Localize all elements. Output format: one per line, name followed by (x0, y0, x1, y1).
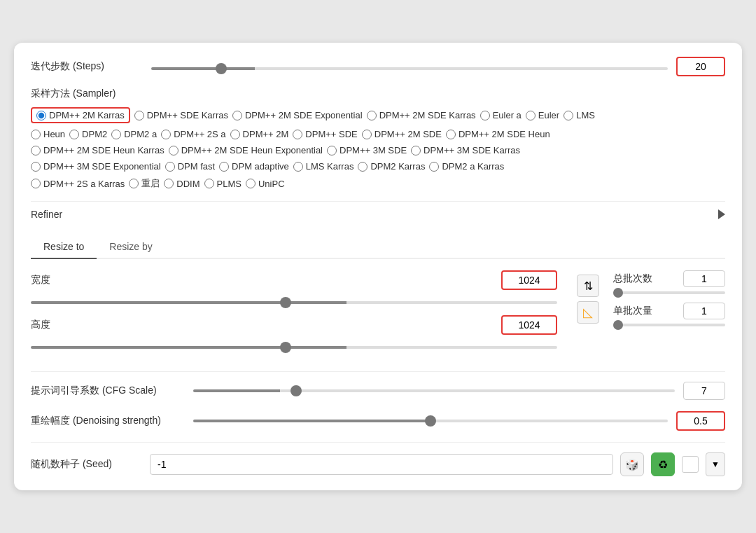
aspect-ratio-icon: ◺ (583, 305, 593, 320)
width-row: 宽度 (31, 270, 557, 307)
batch-per-row: 单批次量 (613, 303, 725, 326)
sampler-euler-a[interactable]: Euler a (480, 110, 522, 120)
sampler-dpm2m-karras[interactable]: DPM++ 2M Karras (31, 107, 130, 123)
denoising-label: 重绘幅度 (Denoising strength) (31, 415, 185, 427)
dimension-icons: ⇅ ◺ (577, 270, 599, 324)
aspect-ratio-button[interactable]: ◺ (577, 301, 599, 324)
width-slider[interactable] (31, 301, 557, 304)
sampler-euler[interactable]: Euler (526, 110, 559, 120)
seed-input[interactable] (150, 454, 613, 475)
sampler-row-4: DPM++ 3M SDE Exponential DPM fast DPM ad… (31, 161, 725, 172)
width-label-row: 宽度 (31, 270, 557, 290)
sampler-dpm-adaptive[interactable]: DPM adaptive (219, 161, 289, 172)
sampler-dpm2s-a[interactable]: DPM++ 2S a (161, 129, 225, 139)
refiner-section: Refiner (31, 201, 725, 227)
sampler-dpm2-a[interactable]: DPM2 a (111, 129, 157, 139)
batch-total-label: 总批次数 (613, 272, 652, 285)
height-row: 高度 (31, 315, 557, 352)
width-label: 宽度 (31, 274, 59, 286)
height-label-row: 高度 (31, 315, 557, 335)
batch-total-slider[interactable] (613, 291, 725, 294)
chevron-down-icon: ▼ (711, 459, 720, 469)
resize-tabs: Resize to Resize by (31, 235, 725, 259)
sampler-restart[interactable]: 重启 (129, 177, 160, 190)
batch-area: 总批次数 单批次量 (613, 270, 725, 326)
tab-resize-to[interactable]: Resize to (31, 235, 97, 259)
sampler-dpm2m-sde-heun[interactable]: DPM++ 2M SDE Heun (446, 129, 550, 139)
sampler-dpm2-karras[interactable]: DPM2 Karras (358, 161, 425, 172)
sampler-row-2: Heun DPM2 DPM2 a DPM++ 2S a DPM++ 2M DPM… (31, 129, 725, 139)
cfg-section: 提示词引导系数 (CFG Scale) (31, 371, 725, 400)
tab-resize-by[interactable]: Resize by (97, 235, 164, 259)
sampler-dpm2[interactable]: DPM2 (69, 129, 107, 139)
height-label: 高度 (31, 319, 59, 331)
batch-total-label-row: 总批次数 (613, 270, 725, 287)
seed-recycle-button[interactable]: ♻ (651, 452, 675, 476)
main-panel: 迭代步数 (Steps) 20 采样方法 (Sampler) DPM++ 2M … (14, 43, 742, 490)
sampler-dpm2m-sde-exp[interactable]: DPM++ 2M SDE Exponential (232, 110, 363, 120)
sampler-dpm2m[interactable]: DPM++ 2M (230, 129, 289, 139)
batch-per-label: 单批次量 (613, 305, 652, 317)
batch-total-input[interactable] (683, 270, 725, 287)
seed-dropdown[interactable]: ▼ (706, 452, 725, 476)
batch-per-slider[interactable] (613, 324, 725, 326)
sampler-dpm-fast[interactable]: DPM fast (165, 161, 215, 172)
height-slider[interactable] (31, 346, 557, 349)
denoising-input[interactable] (676, 411, 725, 431)
swap-icon: ⇅ (584, 279, 593, 293)
dimensions-area: 宽度 高度 ⇅ ◺ (31, 270, 725, 360)
steps-slider-container (151, 60, 668, 73)
sampler-dpm2m-sde-heun-exp[interactable]: DPM++ 2M SDE Heun Exponential (169, 145, 323, 155)
sampler-ddim[interactable]: DDIM (164, 179, 200, 189)
cfg-input[interactable] (683, 382, 725, 400)
sampler-dpm3m-sde-exp[interactable]: DPM++ 3M SDE Exponential (31, 161, 161, 172)
sampler-dpm2m-sde-heun-karras[interactable]: DPM++ 2M SDE Heun Karras (31, 145, 164, 155)
sampler-row-1: DPM++ 2M Karras DPM++ SDE Karras DPM++ 2… (31, 107, 725, 123)
sampler-dpm2s-a-karras[interactable]: DPM++ 2S a Karras (31, 179, 125, 189)
sampler-heun[interactable]: Heun (31, 129, 65, 139)
seed-checkbox[interactable] (682, 456, 699, 473)
cfg-label: 提示词引导系数 (CFG Scale) (31, 385, 185, 397)
sampler-row-5: DPM++ 2S a Karras 重启 DDIM PLMS UniPC (31, 177, 725, 190)
seed-label: 随机数种子 (Seed) (31, 458, 143, 471)
swap-dimensions-button[interactable]: ⇅ (577, 275, 599, 297)
batch-total-row: 总批次数 (613, 270, 725, 294)
sampler-unipc[interactable]: UniPC (246, 179, 285, 189)
sampler-dpm2m-sde[interactable]: DPM++ 2M SDE (362, 129, 442, 139)
width-input[interactable] (501, 270, 557, 290)
steps-section: 迭代步数 (Steps) 20 (31, 57, 725, 76)
denoising-section: 重绘幅度 (Denoising strength) (31, 411, 725, 431)
batch-per-label-row: 单批次量 (613, 303, 725, 319)
dice-icon: 🎲 (625, 458, 639, 471)
batch-per-input[interactable] (683, 303, 725, 319)
height-input[interactable] (501, 315, 557, 335)
dimensions-left: 宽度 高度 (31, 270, 557, 360)
sampler-dpm3m-sde-karras[interactable]: DPM++ 3M SDE Karras (411, 145, 520, 155)
seed-section: 随机数种子 (Seed) 🎲 ♻ ▼ (31, 442, 725, 476)
seed-dice-button[interactable]: 🎲 (620, 452, 644, 476)
sampler-plms[interactable]: PLMS (204, 179, 241, 189)
sampler-dpm3m-sde[interactable]: DPM++ 3M SDE (327, 145, 407, 155)
sampler-dpm-sde-karras[interactable]: DPM++ SDE Karras (134, 110, 228, 120)
sampler-lms[interactable]: LMS (564, 110, 595, 120)
sampler-grid: DPM++ 2M Karras DPM++ SDE Karras DPM++ 2… (31, 107, 725, 190)
steps-input[interactable]: 20 (676, 57, 725, 76)
refiner-label: Refiner (31, 209, 62, 220)
sampler-dpm-sde[interactable]: DPM++ SDE (293, 129, 357, 139)
cfg-slider[interactable] (193, 389, 675, 392)
sampler-dpm2-a-karras[interactable]: DPM2 a Karras (429, 161, 504, 172)
steps-label: 迭代步数 (Steps) (31, 60, 143, 73)
sampler-dpm2m-sde-karras[interactable]: DPM++ 2M SDE Karras (367, 110, 476, 120)
denoising-slider[interactable] (193, 420, 668, 422)
steps-slider[interactable] (151, 67, 668, 70)
sampler-lms-karras[interactable]: LMS Karras (293, 161, 354, 172)
sampler-label: 采样方法 (Sampler) (31, 88, 725, 100)
sampler-row-3: DPM++ 2M SDE Heun Karras DPM++ 2M SDE He… (31, 145, 725, 155)
recycle-icon: ♻ (658, 458, 668, 471)
refiner-collapse-icon[interactable] (718, 209, 725, 219)
